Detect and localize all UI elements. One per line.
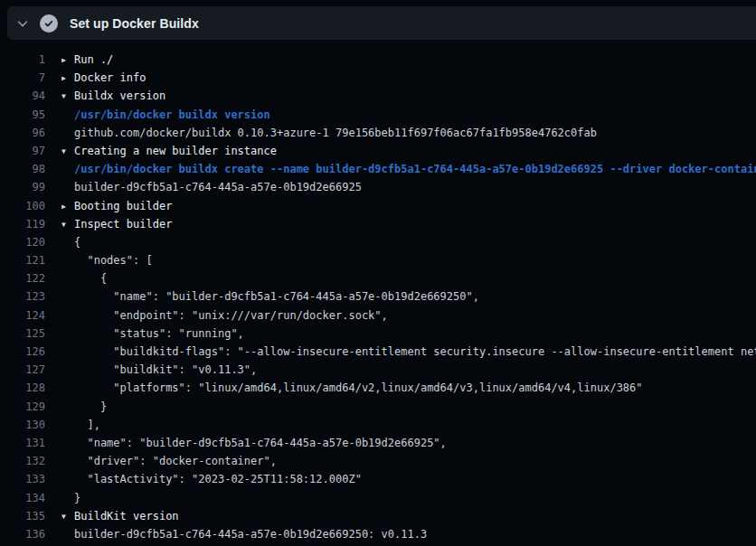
log-row: 95/usr/bin/docker buildx version	[0, 106, 756, 124]
line-number[interactable]: 128	[0, 379, 45, 397]
line-number[interactable]: 97	[0, 142, 45, 160]
output-text: "buildkitd-flags": "--allow-insecure-ent…	[74, 343, 756, 361]
log-row: 136builder-d9cfb5a1-c764-445a-a57e-0b19d…	[0, 525, 756, 543]
group-toggle[interactable]: ▶Run ./	[61, 51, 756, 71]
group-title: Creating a new builder instance	[74, 142, 277, 160]
group-title: Booting builder	[74, 197, 172, 215]
group-toggle[interactable]: ▼BuildKit version	[61, 507, 756, 527]
group-title: Buildx version	[74, 87, 165, 105]
triangle-down-icon[interactable]: ▼	[61, 216, 74, 234]
log-line-content: }	[61, 398, 756, 416]
group-toggle[interactable]: ▼Buildx version	[61, 87, 756, 107]
log-row: 134}	[0, 489, 756, 507]
log-line-content: /usr/bin/docker buildx create --name bui…	[61, 160, 756, 178]
line-number[interactable]: 100	[0, 197, 45, 215]
group-title: BuildKit version	[74, 507, 179, 525]
log-row: 130 ],	[0, 416, 756, 434]
line-number[interactable]: 96	[0, 124, 45, 142]
triangle-down-icon[interactable]: ▼	[61, 88, 74, 106]
log-line-content: "platforms": "linux/amd64,linux/amd64/v2…	[61, 379, 756, 397]
line-number[interactable]: 127	[0, 361, 45, 379]
group-toggle[interactable]: ▼Inspect builder	[61, 215, 756, 235]
log-line-content: builder-d9cfb5a1-c764-445a-a57e-0b19d2e6…	[61, 525, 756, 543]
step-title: Set up Docker Buildx	[70, 16, 199, 31]
log-row: 132 "driver": "docker-container",	[0, 452, 756, 470]
line-number[interactable]: 130	[0, 416, 45, 434]
group-title: Inspect builder	[74, 215, 172, 233]
log-row: 125 "status": "running",	[0, 325, 756, 343]
log-row: 120{	[0, 233, 756, 251]
triangle-down-icon[interactable]: ▼	[61, 508, 74, 526]
log-row: 133 "lastActivity": "2023-02-25T11:58:12…	[0, 470, 756, 488]
triangle-right-icon[interactable]: ▶	[61, 70, 74, 88]
line-number[interactable]: 133	[0, 470, 45, 488]
line-number[interactable]: 94	[0, 87, 45, 105]
log-group-row: 100▶Booting builder	[0, 197, 756, 215]
log-line-content: builder-d9cfb5a1-c764-445a-a57e-0b19d2e6…	[61, 178, 756, 196]
log-line-content: "buildkit": "v0.11.3",	[61, 361, 756, 379]
triangle-right-icon[interactable]: ▶	[61, 198, 74, 216]
output-text: "driver": "docker-container",	[74, 452, 277, 470]
output-text: github.com/docker/buildx 0.10.3+azure-1 …	[74, 124, 597, 142]
log-line-content: "name": "builder-d9cfb5a1-c764-445a-a57e…	[61, 287, 756, 306]
output-text: {	[74, 233, 80, 251]
output-text: }	[74, 489, 80, 507]
line-number[interactable]: 120	[0, 233, 45, 251]
line-number[interactable]: 95	[0, 106, 45, 124]
chevron-down-icon[interactable]	[16, 17, 29, 30]
output-text: builder-d9cfb5a1-c764-445a-a57e-0b19d2e6…	[74, 178, 362, 196]
log-group-row: 7▶Docker info	[0, 69, 756, 87]
line-number[interactable]: 126	[0, 343, 45, 361]
log-line-content: "buildkitd-flags": "--allow-insecure-ent…	[61, 343, 756, 361]
log-viewer: 1▶Run ./7▶Docker info94▼Buildx version95…	[0, 51, 756, 543]
log-row: 98/usr/bin/docker buildx create --name b…	[0, 160, 756, 178]
triangle-down-icon[interactable]: ▼	[61, 143, 74, 161]
output-text: "name": "builder-d9cfb5a1-c764-445a-a57e…	[74, 434, 447, 452]
line-number[interactable]: 121	[0, 251, 45, 269]
group-title: Run ./	[74, 51, 113, 69]
step-header-set-up-docker-buildx[interactable]: Set up Docker Buildx	[7, 6, 756, 40]
output-text: "buildkit": "v0.11.3",	[74, 361, 257, 379]
log-group-row: 1▶Run ./	[0, 51, 756, 69]
log-line-content: }	[61, 489, 756, 507]
log-row: 129 }	[0, 398, 756, 416]
line-number[interactable]: 99	[0, 178, 45, 196]
line-number[interactable]: 136	[0, 525, 45, 543]
line-number[interactable]: 125	[0, 325, 45, 343]
log-row: 123 "name": "builder-d9cfb5a1-c764-445a-…	[0, 287, 756, 306]
line-number[interactable]: 98	[0, 160, 45, 178]
log-line-content: ],	[61, 416, 756, 434]
group-toggle[interactable]: ▶Booting builder	[61, 197, 756, 217]
log-line-content: /usr/bin/docker buildx version	[61, 106, 756, 124]
line-number[interactable]: 124	[0, 306, 45, 325]
group-toggle[interactable]: ▼Creating a new builder instance	[61, 142, 756, 162]
log-line-content: {	[61, 269, 756, 287]
output-text: "platforms": "linux/amd64,linux/amd64/v2…	[74, 379, 643, 397]
triangle-right-icon[interactable]: ▶	[61, 52, 74, 70]
log-row: 122 {	[0, 269, 756, 287]
output-text: "status": "running",	[74, 325, 244, 343]
line-number[interactable]: 129	[0, 398, 45, 416]
line-number[interactable]: 134	[0, 489, 45, 507]
group-toggle[interactable]: ▶Docker info	[61, 69, 756, 89]
line-number[interactable]: 135	[0, 507, 45, 525]
line-number[interactable]: 122	[0, 269, 45, 287]
log-line-content: github.com/docker/buildx 0.10.3+azure-1 …	[61, 124, 756, 142]
log-line-content: "lastActivity": "2023-02-25T11:58:12.000…	[61, 470, 756, 488]
line-number[interactable]: 132	[0, 452, 45, 470]
log-group-row: 94▼Buildx version	[0, 87, 756, 105]
output-text: ],	[74, 416, 100, 434]
output-text: "nodes": [	[74, 251, 153, 269]
line-number[interactable]: 123	[0, 287, 45, 306]
line-number[interactable]: 119	[0, 215, 45, 233]
command-text: /usr/bin/docker buildx version	[74, 106, 270, 124]
log-row: 126 "buildkitd-flags": "--allow-insecure…	[0, 343, 756, 361]
line-number[interactable]: 1	[0, 51, 45, 69]
line-number[interactable]: 7	[0, 69, 45, 87]
log-row: 121 "nodes": [	[0, 251, 756, 269]
log-row: 127 "buildkit": "v0.11.3",	[0, 361, 756, 379]
group-title: Docker info	[74, 69, 146, 87]
line-number[interactable]: 131	[0, 434, 45, 452]
log-line-content: "status": "running",	[61, 325, 756, 343]
output-text: builder-d9cfb5a1-c764-445a-a57e-0b19d2e6…	[74, 525, 427, 543]
